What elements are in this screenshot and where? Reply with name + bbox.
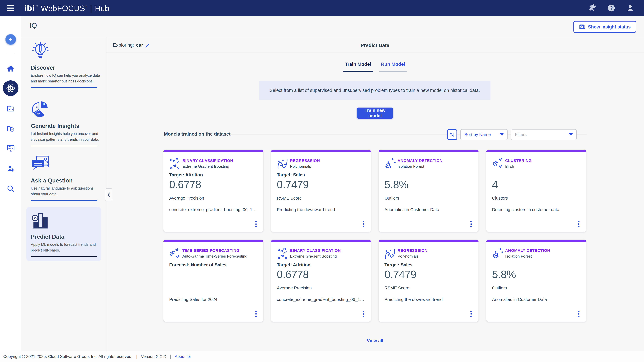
card-description: concrete_extreme_gradient_boosting_06_18… <box>169 207 258 212</box>
brand-tm: ™ <box>35 5 38 8</box>
tab-run-model[interactable]: Run Model <box>379 61 407 72</box>
card-algorithm: Polynomials <box>398 254 418 259</box>
top-header-bar: ibi ™ WebFOCUS® | Hub ? <box>0 0 644 16</box>
brand-separator: | <box>90 4 92 13</box>
card-menu-button[interactable] <box>469 220 473 229</box>
card-menu-button[interactable] <box>577 310 581 319</box>
card-accent-bar <box>486 240 586 242</box>
regression-icon <box>384 247 397 260</box>
tools-icon[interactable] <box>589 4 596 12</box>
feature-underline <box>31 200 98 201</box>
card-target: Target: Attrition <box>277 262 310 268</box>
nav-search[interactable] <box>0 185 22 193</box>
add-button[interactable]: + <box>0 34 22 45</box>
insight-status-icon <box>579 24 585 30</box>
chevron-left-icon <box>107 192 111 198</box>
nav-data[interactable] <box>0 125 22 133</box>
footer-separator: | <box>136 354 137 359</box>
model-card[interactable]: REGRESSSION Polynomials Target: Sales 0.… <box>271 150 371 232</box>
account-icon[interactable] <box>626 4 634 12</box>
train-new-model-button[interactable]: Train new model <box>357 107 393 119</box>
card-category: REGRESSSION <box>398 248 428 253</box>
card-algorithm: Extreme Gradient Boosting <box>182 164 229 169</box>
model-card[interactable]: CLUSTERING Birch 4 Clusters Detecting cl… <box>486 150 586 232</box>
feature-discover[interactable]: Discover Explore how IQ can help you ana… <box>31 41 101 88</box>
section-title: Predict Data <box>106 43 644 48</box>
card-category: CLUSTERING <box>505 158 532 163</box>
about-ibi-link[interactable]: About ibi <box>175 354 190 359</box>
clustering-icon <box>492 158 504 170</box>
card-menu-button[interactable] <box>254 220 258 229</box>
card-target: Target: Sales <box>277 172 305 177</box>
feature-ask-a-question[interactable]: Ask a Question Use natural language to a… <box>31 154 101 201</box>
model-card[interactable]: BINARY CLASSIFICATION Extreme Gradient B… <box>164 150 263 232</box>
card-description: Anomalies in Customer Data <box>384 207 474 212</box>
svg-text:R: R <box>43 103 45 106</box>
left-navigation-rail: + <box>0 16 22 351</box>
model-card[interactable]: ANOMALY DETECTION Isolation Forest 5.8% … <box>379 150 478 232</box>
card-algorithm: Extreme Gradient Boosting <box>290 254 337 259</box>
card-menu-button[interactable] <box>577 220 581 229</box>
filters-select[interactable]: Filters <box>511 129 577 140</box>
card-menu-button[interactable] <box>362 220 366 229</box>
card-metric-value: 0.6778 <box>277 268 309 280</box>
brand-ibi: ibi <box>24 3 35 13</box>
card-accent-bar <box>271 240 371 242</box>
card-menu-button[interactable] <box>469 310 473 319</box>
model-card[interactable]: TIME-SERIES FORECASTING Auto-Sarima Time… <box>164 240 263 322</box>
card-metric-value: 0.6778 <box>169 178 201 191</box>
footer-separator: | <box>170 354 171 359</box>
card-metric-label: RSME Score <box>277 196 302 201</box>
card-menu-button[interactable] <box>362 310 366 319</box>
card-algorithm: Auto-Sarima Time-Series Forecasting <box>182 254 247 259</box>
nav-portals[interactable] <box>0 144 22 152</box>
feature-underline <box>31 146 98 146</box>
header-divider <box>22 36 644 37</box>
kebab-menu-icon <box>578 221 580 222</box>
card-algorithm: Birch <box>505 164 514 169</box>
card-category: REGRESSSION <box>290 158 320 163</box>
rail-divider <box>6 54 15 54</box>
tab-train-model[interactable]: Train Model <box>343 61 373 72</box>
sort-direction-button[interactable] <box>447 129 457 140</box>
feature-description: Explore how IQ can help you analyze data… <box>31 73 101 84</box>
card-description: Anomalies in Customer Data <box>492 297 581 302</box>
card-accent-bar <box>379 150 478 152</box>
nav-user-admin[interactable] <box>0 165 22 173</box>
nav-iq[interactable] <box>0 80 22 96</box>
sort-by-select[interactable]: Sort by Name <box>460 129 508 140</box>
monitor-dashboard-icon <box>7 144 15 152</box>
card-metric-value: 4 <box>492 178 498 191</box>
model-card[interactable]: BINARY CLASSIFICATION Extreme Gradient B… <box>271 240 371 322</box>
feature-description: Use natural language to ask questions ab… <box>31 185 101 197</box>
show-insight-status-button[interactable]: Show Insight status <box>574 21 636 33</box>
card-description: concrete_extreme_gradient_boosting_06_18… <box>277 297 366 302</box>
exploring-label: Exploring: <box>113 42 134 48</box>
card-target: Target: Attrition <box>169 172 203 177</box>
help-icon[interactable]: ? <box>608 4 615 12</box>
model-card[interactable]: ANOMALY DETECTION Isolation Forest 5.8% … <box>486 240 586 322</box>
feature-predict-data[interactable]: Predict Data Apply ML models to forecast… <box>26 207 101 261</box>
binary-classification-icon <box>277 247 289 260</box>
footer: Copyright © 2021-2025. Cloud Software Gr… <box>0 351 644 362</box>
kebab-menu-icon <box>255 311 257 312</box>
info-banner: Select from a list of supervised and uns… <box>259 81 490 100</box>
card-metric-value: 5.8% <box>384 178 408 191</box>
user-admin-icon <box>7 165 15 173</box>
view-all-link[interactable]: View all <box>106 338 644 343</box>
regression-icon <box>277 158 289 170</box>
collapse-panel-button[interactable] <box>105 188 112 201</box>
menu-button[interactable] <box>7 4 16 12</box>
feature-generate-insights[interactable]: 01 02 R Generate Insights Let Instant In… <box>31 99 101 146</box>
card-accent-bar <box>164 150 263 152</box>
edit-pencil-icon[interactable] <box>145 42 150 47</box>
nav-home[interactable] <box>0 64 22 73</box>
feature-title: Predict Data <box>31 234 101 240</box>
nav-content[interactable] <box>0 104 22 113</box>
feature-title: Ask a Question <box>31 177 101 184</box>
model-card[interactable]: REGRESSSION Polynomials Target: Sales 0.… <box>379 240 478 322</box>
kebab-menu-icon <box>470 311 472 312</box>
copyright-text: Copyright © 2021-2025. Cloud Software Gr… <box>3 354 132 359</box>
card-menu-button[interactable] <box>254 310 258 319</box>
feature-underline <box>31 87 98 88</box>
